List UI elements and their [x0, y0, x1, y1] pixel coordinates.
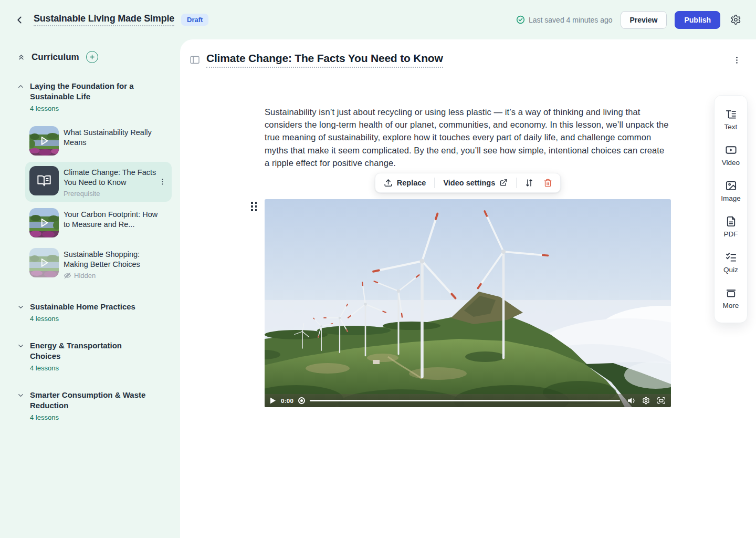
section-lesson-count: 4 lessons	[30, 364, 152, 372]
palette-label: PDF	[724, 230, 738, 238]
double-chevron-up-icon	[17, 53, 26, 61]
palette-label: Quiz	[723, 266, 738, 274]
section-title: Smarter Consumption & Waste Reduction	[30, 390, 152, 411]
course-settings-button[interactable]	[728, 12, 743, 27]
publish-button[interactable]: Publish	[675, 11, 720, 29]
drag-handle-icon[interactable]	[251, 202, 257, 211]
lesson-item[interactable]: What Sustainability Really Means	[25, 122, 172, 160]
pdf-block-icon	[725, 215, 737, 227]
seek-bar[interactable]	[310, 400, 620, 401]
add-section-button[interactable]	[86, 51, 98, 63]
add-pdf-block-button[interactable]: PDF	[715, 209, 747, 245]
more-blocks-button[interactable]: More	[715, 281, 747, 316]
lesson-title: Climate Change: The Facts You Need to Kn…	[64, 168, 159, 188]
volume-icon	[627, 397, 635, 405]
section-header[interactable]: Laying the Foundation for a Sustainable …	[17, 81, 173, 112]
lesson-video-thumbnail	[29, 208, 59, 237]
section-title: Laying the Foundation for a Sustainable …	[30, 81, 152, 102]
reorder-block-button[interactable]	[523, 177, 536, 189]
lesson-item[interactable]: Your Carbon Footprint: How to Measure an…	[25, 204, 172, 242]
plus-icon	[89, 54, 96, 60]
palette-label: Video	[722, 159, 740, 167]
lesson-menu-button[interactable]	[730, 54, 743, 67]
preview-button[interactable]: Preview	[621, 11, 667, 29]
curriculum-section: Sustainable Home Practices 4 lessons	[17, 302, 173, 323]
more-blocks-icon	[725, 287, 737, 299]
section-lesson-count: 4 lessons	[30, 413, 152, 421]
gear-icon	[642, 397, 650, 405]
lesson-page-title[interactable]: Climate Change: The Facts You Need to Kn…	[206, 52, 443, 68]
video-controls: 0:00	[265, 394, 671, 407]
section-header[interactable]: Energy & Transportation Choices 4 lesson…	[17, 340, 173, 372]
block-palette: Text Video Image PDF	[714, 95, 748, 323]
text-block-icon	[725, 108, 737, 120]
play-button[interactable]	[270, 397, 276, 404]
lesson-item-selected[interactable]: Climate Change: The Facts You Need to Kn…	[25, 162, 172, 202]
lesson-tag-prerequisite: Prerequisite	[64, 190, 159, 198]
collapse-all-button[interactable]	[17, 53, 26, 61]
add-video-block-button[interactable]: Video	[715, 138, 747, 173]
lesson-video-thumbnail	[29, 126, 59, 156]
external-link-icon	[499, 179, 508, 187]
add-text-block-button[interactable]: Text	[715, 102, 747, 138]
draft-status-badge: Draft	[181, 14, 208, 26]
quiz-block-icon	[725, 251, 737, 263]
layout-sidebar-icon[interactable]	[190, 56, 200, 64]
playback-time: 0:00	[281, 398, 293, 404]
section-title: Energy & Transportation Choices	[30, 340, 152, 361]
lesson-item-hidden[interactable]: Sustainable Shopping: Making Better Choi…	[25, 244, 172, 284]
course-title[interactable]: Sustainable Living Made Simple	[34, 13, 174, 26]
toolbar-divider	[516, 178, 517, 188]
curriculum-section: Laying the Foundation for a Sustainable …	[17, 81, 173, 284]
autosave-status: Last saved 4 minutes ago	[516, 15, 613, 24]
delete-block-button[interactable]	[542, 178, 554, 189]
video-block-icon	[725, 144, 737, 156]
back-button[interactable]	[12, 12, 27, 28]
eye-off-icon	[64, 272, 71, 280]
lesson-title: Sustainable Shopping: Making Better Choi…	[64, 250, 159, 270]
image-block-icon	[725, 180, 737, 192]
lesson-editor: Climate Change: The Facts You Need to Kn…	[180, 39, 756, 538]
video-settings-label: Video settings	[443, 179, 495, 187]
topbar: Sustainable Living Made Simple Draft Las…	[0, 0, 756, 39]
replace-label: Replace	[397, 179, 426, 187]
video-player[interactable]: 0:00	[265, 199, 671, 407]
section-title: Sustainable Home Practices	[30, 302, 135, 312]
add-image-block-button[interactable]: Image	[715, 173, 747, 209]
palette-label: More	[723, 302, 739, 309]
lesson-tag-hidden: Hidden	[74, 272, 96, 280]
kebab-icon	[732, 56, 741, 65]
lesson-menu-button[interactable]	[159, 178, 166, 186]
fullscreen-button[interactable]	[657, 397, 666, 405]
video-settings-button[interactable]: Video settings	[441, 178, 510, 188]
chevron-down-icon	[17, 303, 25, 323]
volume-button[interactable]	[627, 397, 635, 405]
curriculum-section: Smarter Consumption & Waste Reduction 4 …	[17, 390, 173, 421]
chevron-down-icon	[17, 391, 25, 421]
video-block-toolbar: Replace Video settings	[375, 173, 561, 193]
chevron-left-icon	[14, 14, 25, 26]
lesson-reading-thumbnail	[29, 166, 59, 195]
replace-video-button[interactable]: Replace	[382, 178, 428, 189]
video-block[interactable]: 0:00	[265, 199, 671, 407]
check-circle-icon	[516, 15, 525, 24]
add-quiz-block-button[interactable]: Quiz	[715, 245, 747, 281]
arrows-up-down-icon	[524, 178, 534, 188]
section-header[interactable]: Smarter Consumption & Waste Reduction 4 …	[17, 390, 173, 421]
curriculum-section: Energy & Transportation Choices 4 lesson…	[17, 340, 173, 372]
palette-label: Text	[724, 123, 738, 131]
last-saved-text: Last saved 4 minutes ago	[529, 16, 613, 24]
chevron-up-icon	[17, 82, 25, 112]
player-settings-button[interactable]	[642, 397, 650, 405]
play-icon	[29, 208, 59, 237]
seek-handle[interactable]	[298, 397, 305, 404]
curriculum-sidebar: Curriculum Laying the Foundation for a S…	[0, 39, 180, 538]
chevron-down-icon	[17, 342, 25, 372]
book-open-icon	[37, 173, 51, 188]
video-poster-windfarm	[265, 199, 671, 407]
lesson-text-block[interactable]: Sustainability isn’t just about recyclin…	[265, 106, 671, 169]
section-header[interactable]: Sustainable Home Practices 4 lessons	[17, 302, 173, 323]
fullscreen-icon	[657, 397, 666, 405]
curriculum-heading: Curriculum	[32, 52, 79, 63]
trash-icon	[543, 179, 552, 188]
